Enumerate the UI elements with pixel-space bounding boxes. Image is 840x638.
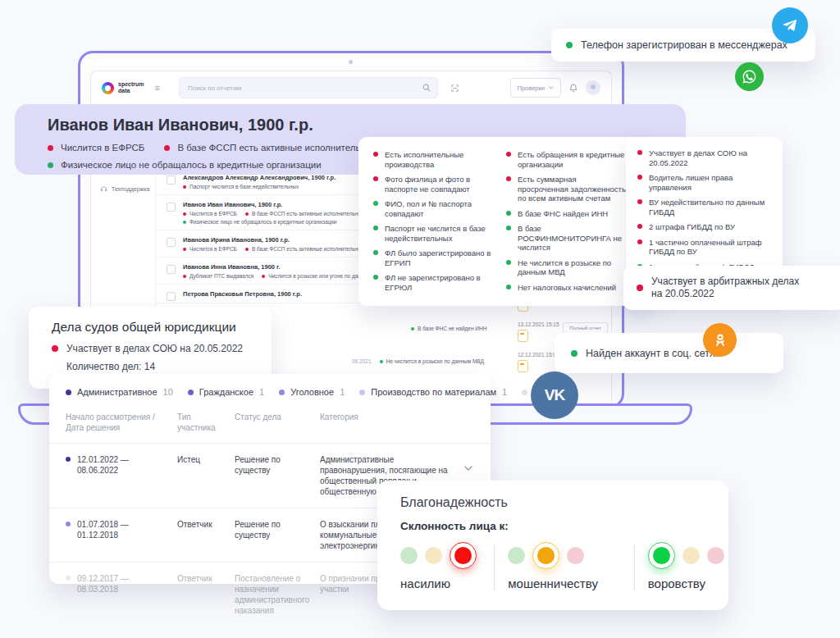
row-checkbox[interactable] [167, 292, 176, 301]
bad-dot [262, 275, 265, 278]
row-checkbox[interactable] [167, 238, 176, 247]
search-input[interactable] [186, 84, 418, 93]
good-dot [373, 275, 378, 280]
traffic-lights [400, 542, 481, 569]
good-dot [506, 260, 511, 265]
search-bar [179, 77, 438, 98]
good-dot [373, 250, 378, 255]
row-dot [66, 457, 71, 462]
light-pink-dim [567, 547, 584, 564]
bad-dot [637, 285, 643, 291]
vk-icon: VK [531, 371, 578, 419]
checks-dropdown-button[interactable]: Проверки [510, 78, 561, 98]
bad-dot [183, 248, 186, 251]
row-checkbox[interactable] [167, 203, 176, 212]
full-report-button[interactable]: Полный отчет [563, 322, 608, 334]
bad-dot [637, 150, 642, 155]
person-title: Иванов Иван Иванович, 1900 г.р. [48, 116, 686, 134]
good-dot [380, 360, 383, 363]
light-orange-active [532, 542, 559, 569]
bell-icon[interactable] [568, 83, 578, 93]
avatar[interactable] [586, 80, 600, 95]
laptop-camera-dot [349, 60, 353, 64]
bad-dot [48, 145, 53, 151]
row-checkbox[interactable] [167, 175, 176, 185]
light-yellow-dim [682, 547, 700, 564]
light-green-dim [400, 547, 418, 564]
good-dot [48, 162, 53, 168]
logo-text: spectrumdata [118, 81, 144, 93]
reliability-label: воровству [648, 576, 728, 590]
tab-criminal[interactable]: Уголовное1 [279, 387, 345, 397]
badge-fragment: В базе ФНС не найден ИНН [411, 326, 486, 331]
reliability-group-violence: насилию [400, 542, 481, 590]
app-logo: spectrumdata [102, 81, 144, 93]
table-header: Начало рассмотрения / Дата решения Тип у… [49, 405, 491, 444]
bad-dot [183, 275, 186, 278]
good-dot [411, 327, 414, 330]
tab-dot [66, 390, 71, 395]
telegram-icon [772, 7, 808, 43]
bad-dot [52, 345, 58, 352]
checks-column-1: Есть исполнительные производства Фото фи… [373, 150, 495, 306]
light-green-active [648, 542, 675, 569]
tab-dot [522, 390, 527, 395]
reliability-title: Благонадежность [400, 495, 728, 510]
badge-fragment: 09.2021 Не числится в розыске по данным … [352, 358, 484, 364]
app-header: spectrumdata ≡ Проверки [91, 71, 611, 105]
tab-dot [188, 390, 194, 395]
bad-dot [506, 176, 511, 181]
good-dot [183, 221, 186, 224]
tab-administrative[interactable]: Административное10 [66, 387, 173, 397]
divider [494, 544, 495, 591]
tab-dot [359, 390, 365, 395]
bad-dot [637, 224, 642, 229]
tab-materials[interactable]: Производство по материалам1 [359, 387, 507, 397]
bad-dot [373, 176, 378, 181]
bad-dot [164, 145, 170, 151]
bad-dot [183, 185, 186, 189]
bad-dot [245, 212, 249, 216]
checks-card: Есть исполнительные производства Фото фи… [358, 137, 651, 306]
reliability-subtitle: Склонность лица к: [400, 520, 728, 532]
traffic-lights [648, 542, 728, 569]
tab-civil[interactable]: Гражданское1 [188, 387, 264, 397]
good-dot [506, 285, 511, 289]
light-pink-dim [707, 547, 724, 564]
light-yellow-dim [425, 547, 442, 564]
chevron-down-icon [549, 86, 554, 89]
reliability-group-fraud: мошенничеству [508, 542, 621, 590]
scan-icon[interactable] [450, 84, 459, 93]
banner-badges-row2: Физическое лицо не обращалось в кредитны… [48, 160, 322, 170]
social-pill: Найден аккаунт в соц. сетях [555, 333, 783, 373]
good-dot [566, 42, 573, 48]
bad-dot [373, 152, 378, 157]
reliability-group-theft: воровству [648, 542, 728, 590]
row-dot [66, 576, 71, 581]
bad-dot [183, 212, 186, 216]
checks-column-2: Есть обращения в кредитные организации Е… [506, 150, 628, 306]
spectrum-logo-icon [102, 82, 114, 94]
sidebar-item-support[interactable]: Техподдержка [100, 185, 149, 193]
menu-icon[interactable]: ≡ [155, 83, 160, 93]
checks-dropdown-label: Проверки [518, 84, 545, 92]
court-bullet: Участвует в делах СОЮ на 20.05.2022 [52, 343, 243, 354]
tab-dot [279, 390, 285, 395]
good-dot [373, 201, 378, 206]
stage: spectrumdata ≡ Проверки [0, 0, 840, 638]
reliability-label: насилию [400, 576, 481, 590]
bad-dot [637, 175, 642, 180]
arbitration-pill: Участвует в арбитражных делах на 20.05.2… [623, 266, 840, 310]
good-dot [506, 211, 511, 216]
chevron-down-icon[interactable] [464, 466, 472, 471]
traffic-lights [508, 542, 621, 569]
fragment-date: 09.2021 [352, 358, 372, 364]
arbitration-pill-label: Участвует в арбитражных делах на 20.05.2… [651, 276, 801, 300]
bad-dot [245, 248, 249, 251]
row-checkbox[interactable] [167, 265, 176, 274]
reliability-label: мошенничеству [508, 576, 621, 590]
good-dot [506, 226, 511, 230]
odnoklassniki-icon [703, 323, 737, 357]
report-doc-icon [518, 330, 528, 342]
messengers-pill-label: Телефон зарегистрирован в мессенджерах [581, 39, 788, 51]
